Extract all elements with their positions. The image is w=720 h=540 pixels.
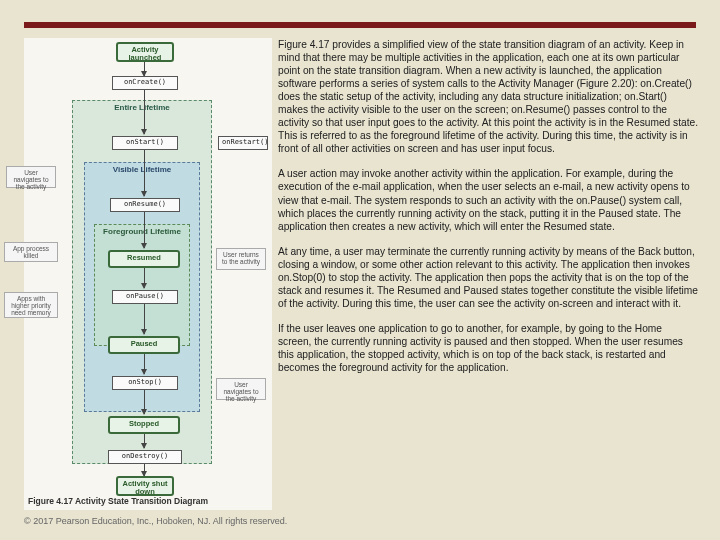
note-higher-priority: Apps with higher priority need memory xyxy=(4,292,58,318)
ondestroy-box: onDestroy() xyxy=(108,450,182,464)
activity-launched-box: Activity launched xyxy=(116,42,174,62)
paragraph-3: At any time, a user may terminate the cu… xyxy=(278,245,698,310)
onpause-box: onPause() xyxy=(112,290,178,304)
figure-caption: Figure 4.17 Activity State Transition Di… xyxy=(28,496,208,506)
arrow xyxy=(144,90,145,134)
note-user-returns: User returns to the activity xyxy=(216,248,266,270)
paragraph-2: A user action may invoke another activit… xyxy=(278,167,698,232)
arrow xyxy=(144,212,145,248)
oncreate-box: onCreate() xyxy=(112,76,178,90)
note-no-longer-visible: User navigates to the activity xyxy=(216,378,266,400)
arrow xyxy=(144,304,145,334)
visible-lifetime-label: Visible Lifetime xyxy=(113,165,172,174)
paragraph-1: Figure 4.17 provides a simplified view o… xyxy=(278,38,698,155)
arrow xyxy=(144,390,145,414)
activity-shutdown-box: Activity shut down xyxy=(116,476,174,496)
paused-box: Paused xyxy=(108,336,180,354)
onstop-box: onStop() xyxy=(112,376,178,390)
state-diagram: Entire Lifetime Visible Lifetime Foregro… xyxy=(24,38,272,510)
arrow xyxy=(144,268,145,288)
copyright-footer: © 2017 Pearson Education, Inc., Hoboken,… xyxy=(24,516,287,526)
resumed-box: Resumed xyxy=(108,250,180,268)
entire-lifetime-label: Entire Lifetime xyxy=(114,103,170,112)
arrow xyxy=(144,150,145,196)
paragraph-4: If the user leaves one application to go… xyxy=(278,322,698,374)
foreground-lifetime-label: Foreground Lifetime xyxy=(103,227,181,236)
arrow xyxy=(144,354,145,374)
onrestart-box: onRestart() xyxy=(218,136,268,150)
note-user-navigates: User navigates to the activity xyxy=(6,166,56,188)
stopped-box: Stopped xyxy=(108,416,180,434)
onstart-box: onStart() xyxy=(112,136,178,150)
arrow xyxy=(144,464,145,476)
app-process-killed-box: App process killed xyxy=(4,242,58,262)
header-rule xyxy=(24,22,696,28)
onresume-box: onResume() xyxy=(110,198,180,212)
arrow xyxy=(144,62,145,76)
arrow xyxy=(144,434,145,448)
text-content: Figure 4.17 provides a simplified view o… xyxy=(278,38,698,504)
